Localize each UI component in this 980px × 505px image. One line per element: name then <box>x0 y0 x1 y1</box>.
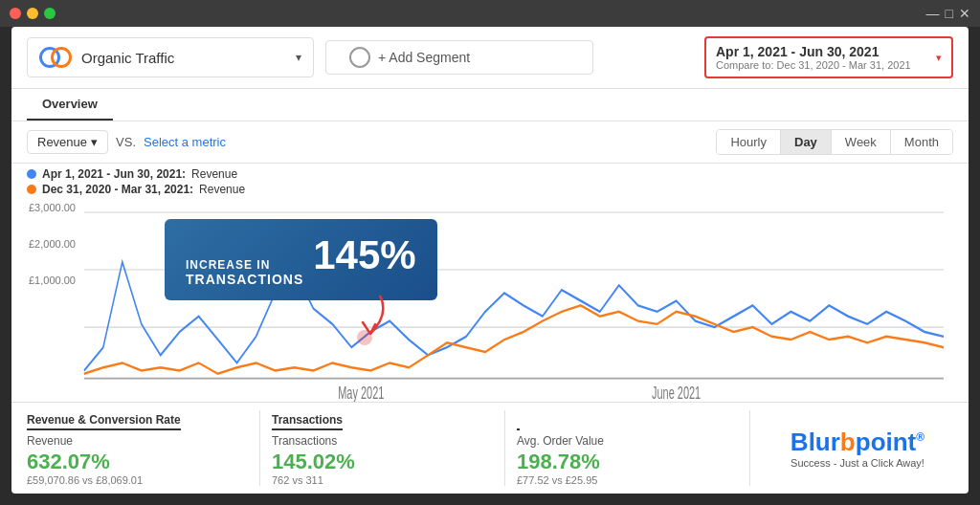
time-period-buttons: Hourly Day Week Month <box>716 129 953 155</box>
tab-overview[interactable]: Overview <box>27 89 113 121</box>
circle-orange-icon <box>51 47 72 68</box>
metric-dropdown[interactable]: Revenue ▾ <box>27 130 108 154</box>
stat-name-revenue: Revenue <box>27 434 248 448</box>
legend-period-2: Dec 31, 2020 - Mar 31, 2021: <box>42 183 193 196</box>
vs-text: VS. <box>116 135 136 149</box>
stat-header-avg <box>517 413 520 430</box>
date-compare: Compare to: Dec 31, 2020 - Mar 31, 2021 <box>716 59 942 71</box>
maximize-dot[interactable] <box>44 8 56 19</box>
svg-text:May 2021: May 2021 <box>338 384 384 402</box>
add-segment-button[interactable]: + Add Segment <box>325 40 593 75</box>
restore-icon[interactable]: □ <box>946 6 953 21</box>
add-segment-circle-icon <box>349 47 370 68</box>
legend-dot-blue <box>27 169 36 179</box>
titlebar: — □ ✕ <box>0 0 980 27</box>
date-main: Apr 1, 2021 - Jun 30, 2021 <box>716 44 942 59</box>
close-dot[interactable] <box>10 8 21 19</box>
tabs-bar: Overview <box>11 89 969 121</box>
segment-label: Organic Traffic <box>81 50 288 66</box>
stat-value-avg: 198.78% <box>517 450 738 474</box>
date-chevron-icon: ▾ <box>936 52 942 64</box>
stat-avg-order: Avg. Order Value 198.78% £77.52 vs £25.9… <box>517 410 750 486</box>
legend-row-1: Apr 1, 2021 - Jun 30, 2021: Revenue <box>27 167 953 181</box>
close-icon[interactable]: ✕ <box>959 6 970 21</box>
metric-chevron-icon: ▾ <box>91 135 98 149</box>
arrow-down-icon <box>342 296 399 348</box>
organic-segment[interactable]: Organic Traffic ▾ <box>27 37 314 77</box>
y-label-2000: £2,000.00 <box>29 238 76 250</box>
time-btn-hourly[interactable]: Hourly <box>717 130 781 154</box>
stat-revenue: Revenue & Conversion Rate Revenue 632.07… <box>27 410 260 486</box>
stat-header-revenue: Revenue & Conversion Rate <box>27 413 181 430</box>
stat-name-transactions: Transactions <box>272 434 493 448</box>
legend-metric-1: Revenue <box>191 167 237 181</box>
time-btn-day[interactable]: Day <box>781 130 832 154</box>
stat-name-avg: Avg. Order Value <box>517 434 738 448</box>
compare-range: Dec 31, 2020 - Mar 31, 2021 <box>777 59 911 71</box>
logo-tagline: Success - Just a Click Away! <box>791 457 924 469</box>
legend-dot-orange <box>27 185 36 194</box>
time-btn-week[interactable]: Week <box>832 130 891 154</box>
stat-sub-transactions: 762 vs 311 <box>272 474 493 486</box>
svg-text:June 2021: June 2021 <box>652 384 701 402</box>
tooltip-line2: TRANSACTIONS <box>186 272 303 287</box>
minimize-icon[interactable]: — <box>926 6 940 21</box>
stat-sub-revenue: £59,070.86 vs £8,069.01 <box>27 474 248 486</box>
select-metric-link[interactable]: Select a metric <box>144 135 226 149</box>
y-label-1000: £1,000.00 <box>29 274 76 286</box>
tooltip-overlay: INCREASE IN TRANSACTIONS 145% <box>165 219 437 300</box>
tooltip-line1: INCREASE IN <box>186 258 303 272</box>
segment-bar: Organic Traffic ▾ + Add Segment Apr 1, 2… <box>11 27 969 89</box>
minimize-dot[interactable] <box>27 8 38 19</box>
controls-row: Revenue ▾ VS. Select a metric Hourly Day… <box>11 121 969 164</box>
logo-text: Blurbpoint® <box>791 428 924 457</box>
segment-chevron-icon: ▾ <box>296 51 301 64</box>
svg-point-7 <box>357 330 372 345</box>
tooltip-percent: 145% <box>313 232 415 278</box>
legend-area: Apr 1, 2021 - Jun 30, 2021: Revenue Dec … <box>11 164 969 200</box>
legend-row-2: Dec 31, 2020 - Mar 31, 2021: Revenue <box>27 183 953 196</box>
stat-value-revenue: 632.07% <box>27 450 248 474</box>
stat-sub-avg: £77.52 vs £25.95 <box>517 474 738 486</box>
stat-value-transactions: 145.02% <box>272 450 493 474</box>
add-segment-label: + Add Segment <box>378 50 470 65</box>
segment-icon <box>39 44 74 71</box>
stat-transactions: Transactions Transactions 145.02% 762 vs… <box>272 410 505 486</box>
blurpoint-logo: Blurbpoint® Success - Just a Click Away! <box>762 410 953 486</box>
chart-area: £3,000.00 £2,000.00 £1,000.00 May 2021 J… <box>11 200 969 402</box>
main-window: Organic Traffic ▾ + Add Segment Apr 1, 2… <box>11 27 969 494</box>
y-label-3000: £3,000.00 <box>29 202 76 213</box>
stat-header-transactions: Transactions <box>272 413 343 430</box>
compare-label: Compare to: <box>716 59 774 71</box>
date-range-selector[interactable]: Apr 1, 2021 - Jun 30, 2021 Compare to: D… <box>704 36 953 78</box>
legend-metric-2: Revenue <box>199 183 245 196</box>
legend-period-1: Apr 1, 2021 - Jun 30, 2021: <box>42 167 186 181</box>
metric-label: Revenue <box>37 135 87 149</box>
stats-row: Revenue & Conversion Rate Revenue 632.07… <box>11 402 969 494</box>
time-btn-month[interactable]: Month <box>891 130 952 154</box>
